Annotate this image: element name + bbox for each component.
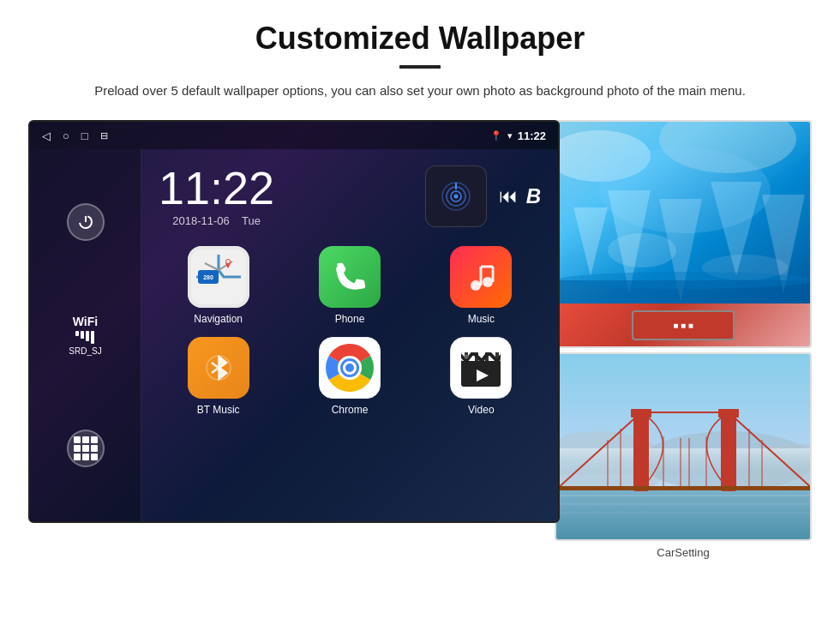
wifi-bar-3 [86, 331, 89, 341]
grid-dot [74, 454, 81, 460]
svg-point-35 [465, 355, 469, 359]
app-music[interactable]: Music [422, 246, 541, 325]
svg-point-12 [226, 260, 230, 263]
app-video[interactable]: Video [422, 337, 541, 416]
wifi-ssid: SRD_SJ [69, 346, 101, 356]
screen-body: WiFi SRD_SJ [30, 149, 558, 521]
svg-point-13 [471, 280, 481, 291]
svg-rect-58 [633, 414, 649, 491]
nav-map-svg: 280 [188, 246, 249, 308]
wallpaper-bridge-container: CarSetting [560, 352, 812, 560]
phone-label: Phone [335, 313, 365, 325]
radio-icon-box [425, 165, 487, 227]
home-icon: ○ [63, 129, 69, 142]
recents-icon: □ [81, 129, 88, 142]
grid-dot [91, 445, 98, 452]
clock-block: 11:22 2018-11-06 Tue [159, 165, 274, 227]
status-bar: ◁ ○ □ ⊟ 📍 ▾ 11:22 [30, 122, 558, 149]
grid-dot [82, 454, 89, 460]
device-preview: ■ ■ ■ [555, 303, 812, 348]
wifi-bar-1 [75, 331, 79, 336]
android-screen: ◁ ○ □ ⊟ 📍 ▾ 11:22 [28, 120, 560, 523]
svg-rect-54 [556, 487, 812, 541]
grid-dot [74, 445, 81, 452]
location-icon: 📍 [490, 130, 502, 141]
carsetting-label-container: CarSetting [657, 544, 709, 560]
svg-point-14 [483, 277, 493, 287]
app-chrome[interactable]: Chrome [290, 337, 409, 416]
bridge-wallpaper-svg [556, 354, 812, 541]
wifi-info: WiFi SRD_SJ [69, 315, 101, 356]
music-svg [462, 258, 500, 296]
svg-text:280: 280 [203, 274, 213, 280]
wifi-bars [69, 331, 101, 344]
bt-svg [200, 349, 237, 387]
navigation-icon: 280 [188, 246, 249, 308]
clock-time: 11:22 [159, 165, 274, 211]
wifi-label: WiFi [69, 315, 101, 328]
bt-music-icon [188, 337, 249, 399]
media-controls: ⏮ B [499, 184, 541, 208]
app-grid: 280 Navigation [141, 236, 558, 428]
wallpaper-ice-container: ■ ■ ■ [560, 120, 812, 348]
wifi-icon: ▾ [507, 130, 513, 141]
bt-music-label: BT Music [197, 404, 240, 416]
svg-rect-59 [721, 414, 736, 491]
status-time: 11:22 [518, 129, 546, 142]
status-right: 📍 ▾ 11:22 [490, 129, 546, 142]
wifi-bar-2 [81, 331, 84, 339]
grid-dot [91, 454, 98, 460]
carsetting-label: CarSetting [657, 546, 709, 559]
phone-icon [319, 246, 381, 308]
right-panel: ■ ■ ■ [560, 120, 812, 560]
prev-track-icon[interactable]: ⏮ [499, 185, 518, 207]
grid-dot [82, 436, 89, 443]
page-container: Customized Wallpaper Preload over 5 defa… [0, 0, 840, 643]
chrome-svg [324, 342, 375, 394]
apps-grid-button[interactable] [67, 430, 105, 467]
wallpaper-bridge-thumb [555, 352, 812, 541]
grid-dot [82, 445, 89, 452]
music-icon [450, 246, 512, 308]
app-bt-music[interactable]: BT Music [159, 337, 278, 416]
page-description: Preload over 5 default wallpaper options… [94, 81, 746, 101]
back-icon: ◁ [42, 129, 51, 142]
clock-area: 11:22 2018-11-06 Tue [141, 149, 558, 236]
grid-dot [74, 436, 81, 443]
wallpaper-ice-thumb [555, 120, 812, 307]
top-right-icons: ⏮ B [425, 165, 541, 227]
svg-point-48 [556, 272, 812, 289]
svg-line-19 [212, 368, 219, 373]
device-bar: ■ ■ ■ [632, 310, 735, 340]
video-svg [458, 347, 504, 388]
svg-point-45 [608, 233, 676, 267]
grid-dot [91, 436, 98, 443]
page-title: Customized Wallpaper [255, 21, 585, 57]
radio-svg-icon [437, 177, 475, 215]
svg-point-25 [345, 364, 354, 372]
navigation-label: Navigation [194, 313, 243, 325]
ice-wallpaper-svg [556, 122, 812, 307]
screenshot-icon: ⊟ [100, 130, 108, 141]
chrome-icon [319, 337, 381, 399]
chrome-label: Chrome [332, 404, 369, 416]
clock-date: 2018-11-06 Tue [159, 214, 274, 227]
video-label: Video [468, 404, 494, 416]
power-button[interactable] [67, 203, 105, 241]
video-icon [450, 337, 512, 399]
svg-point-6 [453, 194, 458, 198]
svg-rect-62 [556, 486, 812, 490]
title-divider [399, 65, 441, 69]
music-label: Music [468, 313, 495, 325]
wifi-bar-4 [91, 331, 94, 344]
app-phone[interactable]: Phone [290, 246, 409, 325]
app-navigation[interactable]: 280 Navigation [159, 246, 278, 325]
status-left: ◁ ○ □ ⊟ [42, 129, 108, 142]
content-area: ◁ ○ □ ⊟ 📍 ▾ 11:22 [34, 120, 806, 560]
left-sidebar: WiFi SRD_SJ [30, 149, 141, 521]
phone-svg [333, 260, 367, 294]
apps-grid-icon [74, 436, 98, 460]
device-label: ■ ■ ■ [673, 321, 693, 330]
next-track-icon[interactable]: B [526, 184, 541, 208]
svg-line-18 [212, 363, 219, 368]
